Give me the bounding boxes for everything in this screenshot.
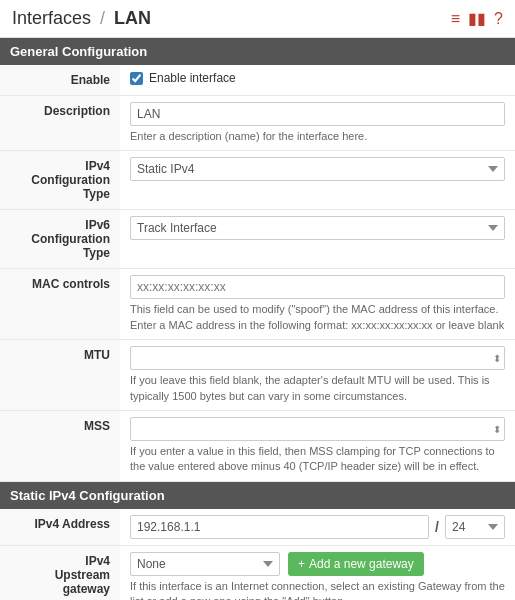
general-form-table: Enable Enable interface Description Ente… bbox=[0, 65, 515, 482]
add-gateway-plus: + bbox=[298, 557, 305, 571]
enable-checkbox[interactable] bbox=[130, 72, 143, 85]
mac-controls-field: This field can be used to modify ("spoof… bbox=[120, 269, 515, 340]
static-ipv4-section: Static IPv4 Configuration IPv4 Address /… bbox=[0, 482, 515, 600]
bar-chart-icon[interactable]: ▮▮ bbox=[468, 9, 486, 28]
static-ipv4-section-header: Static IPv4 Configuration bbox=[0, 482, 515, 509]
mac-controls-label: MAC controls bbox=[0, 269, 120, 340]
mtu-input-wrap bbox=[130, 346, 505, 370]
enable-field: Enable interface bbox=[120, 65, 515, 96]
mtu-input[interactable] bbox=[130, 346, 505, 370]
ipv4-address-field: / 24 25 16 8 32 31 30 29 28 27 26 23 bbox=[120, 509, 515, 546]
upstream-gateway-row: IPv4Upstreamgateway None + Add a new gat… bbox=[0, 545, 515, 600]
help-icon[interactable]: ? bbox=[494, 10, 503, 28]
description-label: Description bbox=[0, 96, 120, 151]
enable-checkbox-row: Enable interface bbox=[130, 71, 505, 85]
mtu-label: MTU bbox=[0, 340, 120, 411]
ipv4-config-type-field: Static IPv4 DHCP PPPoE None bbox=[120, 151, 515, 210]
ipv6-config-type-field: Track Interface DHCP6 Static IPv6 None bbox=[120, 210, 515, 269]
upstream-gateway-label: IPv4Upstreamgateway bbox=[0, 545, 120, 600]
breadcrumb-current: LAN bbox=[114, 8, 151, 28]
breadcrumb: Interfaces / LAN bbox=[12, 8, 151, 29]
header-icons: ≡ ▮▮ ? bbox=[451, 9, 503, 28]
description-row: Description Enter a description (name) f… bbox=[0, 96, 515, 151]
mac-controls-hint: This field can be used to modify ("spoof… bbox=[130, 302, 505, 333]
ipv4-address-input[interactable] bbox=[130, 515, 429, 539]
mss-hint: If you enter a value in this field, then… bbox=[130, 444, 505, 475]
mss-input[interactable] bbox=[130, 417, 505, 441]
gateway-select[interactable]: None bbox=[130, 552, 280, 576]
description-hint: Enter a description (name) for the inter… bbox=[130, 129, 505, 144]
cidr-select[interactable]: 24 25 16 8 32 31 30 29 28 27 26 23 22 bbox=[445, 515, 505, 539]
gateway-row: None + Add a new gateway bbox=[130, 552, 505, 576]
mss-input-wrap bbox=[130, 417, 505, 441]
enable-checkbox-label: Enable interface bbox=[149, 71, 236, 85]
breadcrumb-separator: / bbox=[100, 8, 105, 28]
ipv4-config-type-row: IPv4ConfigurationType Static IPv4 DHCP P… bbox=[0, 151, 515, 210]
mss-field: If you enter a value in this field, then… bbox=[120, 410, 515, 481]
general-section-header: General Configuration bbox=[0, 38, 515, 65]
mss-label: MSS bbox=[0, 410, 120, 481]
ipv6-config-type-row: IPv6ConfigurationType Track Interface DH… bbox=[0, 210, 515, 269]
ipv4-config-type-select[interactable]: Static IPv4 DHCP PPPoE None bbox=[130, 157, 505, 181]
breadcrumb-parent: Interfaces bbox=[12, 8, 91, 28]
general-configuration-section: General Configuration Enable Enable inte… bbox=[0, 38, 515, 482]
enable-label: Enable bbox=[0, 65, 120, 96]
ipv4-config-type-label: IPv4ConfigurationType bbox=[0, 151, 120, 210]
page-header: Interfaces / LAN ≡ ▮▮ ? bbox=[0, 0, 515, 38]
ipv4-address-label: IPv4 Address bbox=[0, 509, 120, 546]
add-gateway-label: Add a new gateway bbox=[309, 557, 414, 571]
mss-row: MSS If you enter a value in this field, … bbox=[0, 410, 515, 481]
mtu-row: MTU If you leave this field blank, the a… bbox=[0, 340, 515, 411]
ipv4-slash: / bbox=[435, 519, 439, 535]
static-ipv4-form-table: IPv4 Address / 24 25 16 8 32 31 30 29 28 bbox=[0, 509, 515, 600]
ipv6-config-type-select[interactable]: Track Interface DHCP6 Static IPv6 None bbox=[130, 216, 505, 240]
ipv4-address-row-inner: / 24 25 16 8 32 31 30 29 28 27 26 23 bbox=[130, 515, 505, 539]
add-gateway-button[interactable]: + Add a new gateway bbox=[288, 552, 424, 576]
description-field: Enter a description (name) for the inter… bbox=[120, 96, 515, 151]
mtu-field: If you leave this field blank, the adapt… bbox=[120, 340, 515, 411]
mac-controls-input[interactable] bbox=[130, 275, 505, 299]
ipv4-address-row: IPv4 Address / 24 25 16 8 32 31 30 29 28 bbox=[0, 509, 515, 546]
upstream-gateway-hint: If this interface is an Internet connect… bbox=[130, 579, 505, 600]
mac-controls-row: MAC controls This field can be used to m… bbox=[0, 269, 515, 340]
list-view-icon[interactable]: ≡ bbox=[451, 10, 460, 28]
description-input[interactable] bbox=[130, 102, 505, 126]
upstream-gateway-field: None + Add a new gateway If this interfa… bbox=[120, 545, 515, 600]
mtu-hint: If you leave this field blank, the adapt… bbox=[130, 373, 505, 404]
ipv6-config-type-label: IPv6ConfigurationType bbox=[0, 210, 120, 269]
enable-row: Enable Enable interface bbox=[0, 65, 515, 96]
